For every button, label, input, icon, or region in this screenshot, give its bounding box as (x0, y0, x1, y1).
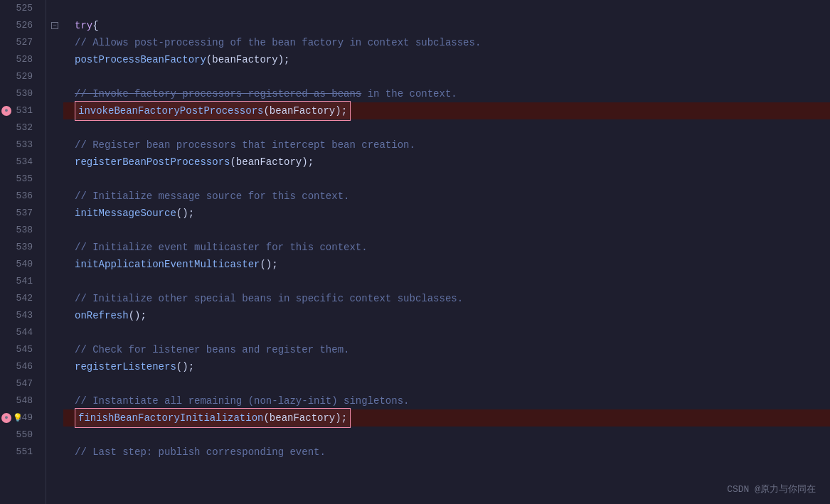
gutter-cell-547 (46, 375, 63, 392)
comment-text: // Last step: publish corresponding even… (75, 444, 326, 461)
code-line-537: initMessageSource(); (63, 205, 830, 222)
boxed-method-call: invokeBeanFactoryPostProcessors(beanFact… (75, 101, 351, 121)
bookmark-icon: 💡 (13, 409, 23, 427)
line-number-542: 542 (0, 290, 38, 307)
code-line-529 (63, 68, 830, 85)
gutter-cell-550 (46, 427, 63, 444)
line-number-530: 530 (0, 85, 38, 102)
comment-text: // Allows post-processing of the bean fa… (75, 34, 481, 51)
code-content[interactable]: try { // Allows post-processing of the b… (63, 0, 830, 504)
code-line-533: // Register bean processors that interce… (63, 136, 830, 154)
line-number-533: 533 (0, 136, 38, 154)
comment-strikethrough: // Invoke factory processors registered … (75, 85, 361, 102)
gutter-cell-527 (46, 34, 63, 51)
method-param-boxed: beanFactory (270, 105, 335, 117)
code-line-542: // Initialize other special beans in spe… (63, 290, 830, 307)
code-line-535 (63, 171, 830, 188)
method-name-boxed: finishBeanFactoryInitialization (78, 412, 263, 424)
line-number-526: 526 (0, 17, 38, 34)
code-line-551: // Last step: publish corresponding even… (63, 444, 830, 461)
comment-text: // Instantiate all remaining (non-lazy-i… (75, 392, 409, 409)
method-name: registerListeners (75, 358, 176, 375)
code-line-527: // Allows post-processing of the bean fa… (63, 34, 830, 51)
gutter-cell-545 (46, 341, 63, 358)
code-line-532 (63, 119, 830, 136)
watermark: CSDN @原力与你同在 (727, 483, 816, 495)
line-number-541: 541 (0, 273, 38, 290)
line-number-525: 525 (0, 0, 38, 17)
code-line-549: finishBeanFactoryInitialization(beanFact… (63, 409, 830, 427)
comment-text: // Check for listener beans and register… (75, 341, 349, 358)
line-number-540: 540 (0, 256, 38, 273)
method-name-boxed: invokeBeanFactoryPostProcessors (78, 105, 263, 117)
code-line-530: // Invoke factory processors registered … (63, 85, 830, 102)
line-number-544: 544 (0, 324, 38, 341)
method-name: registerBeanPostProcessors (75, 154, 230, 171)
gutter-cell-544 (46, 324, 63, 341)
line-number-527: 527 (0, 34, 38, 51)
gutter-cell-543 (46, 307, 63, 324)
line-numbers: 525526527528529530●531532533534535536537… (0, 0, 46, 504)
gutter-cell-546 (46, 358, 63, 375)
gutter-cell-542 (46, 290, 63, 307)
comment-text: // Initialize event multicaster for this… (75, 239, 368, 256)
line-number-532: 532 (0, 119, 38, 136)
line-number-529: 529 (0, 68, 38, 85)
code-line-525 (63, 0, 830, 17)
line-number-531: ●531 (0, 102, 38, 119)
gutter-cell-539 (46, 239, 63, 256)
line-number-547: 547 (0, 375, 38, 392)
gutter-cell-536 (46, 188, 63, 205)
gutter-cell-537 (46, 205, 63, 222)
gutter-cell-549 (46, 409, 63, 427)
gutter-cell-538 (46, 222, 63, 239)
code-line-539: // Initialize event multicaster for this… (63, 239, 830, 256)
line-number-536: 536 (0, 188, 38, 205)
code-line-534: registerBeanPostProcessors(beanFactory); (63, 154, 830, 171)
method-param-boxed: beanFactory (270, 412, 335, 424)
code-line-546: registerListeners(); (63, 358, 830, 375)
gutter-cell-534 (46, 154, 63, 171)
line-number-537: 537 (0, 205, 38, 222)
comment-text: // Initialize message source for this co… (75, 188, 349, 205)
gutter-cell-528 (46, 51, 63, 68)
gutter-cell-529 (46, 68, 63, 85)
fold-icon[interactable]: − (51, 22, 58, 29)
code-line-526: try { (63, 17, 830, 34)
code-area: 525526527528529530●531532533534535536537… (0, 0, 830, 504)
code-line-547 (63, 375, 830, 392)
gutter-cell-530 (46, 85, 63, 102)
method-name: initApplicationEventMulticaster (75, 256, 260, 273)
code-line-550 (63, 427, 830, 444)
gutter-cell-541 (46, 273, 63, 290)
line-number-545: 545 (0, 341, 38, 358)
line-number-528: 528 (0, 51, 38, 68)
breakpoint-icon[interactable]: ● (1, 413, 11, 423)
code-editor: 525526527528529530●531532533534535536537… (0, 0, 830, 504)
code-line-544 (63, 324, 830, 341)
line-number-546: 546 (0, 358, 38, 375)
boxed-method-call: finishBeanFactoryInitialization(beanFact… (75, 408, 351, 428)
gutter-cell-525 (46, 0, 63, 17)
line-number-538: 538 (0, 222, 38, 239)
gutter-cell-526: − (46, 17, 63, 34)
code-line-548: // Instantiate all remaining (non-lazy-i… (63, 392, 830, 409)
method-param: beanFactory (236, 154, 302, 171)
code-line-538 (63, 222, 830, 239)
line-number-535: 535 (0, 171, 38, 188)
code-line-540: initApplicationEventMulticaster(); (63, 256, 830, 273)
gutter-cell-532 (46, 119, 63, 136)
breakpoint-icon[interactable]: ● (1, 106, 11, 116)
gutter-cell-531 (46, 102, 63, 119)
line-number-548: 548 (0, 392, 38, 409)
keyword-try: try (75, 17, 92, 34)
code-line-536: // Initialize message source for this co… (63, 188, 830, 205)
line-number-543: 543 (0, 307, 38, 324)
code-line-531: invokeBeanFactoryPostProcessors(beanFact… (63, 102, 830, 119)
line-number-551: 551 (0, 444, 38, 461)
method-name: initMessageSource (75, 205, 176, 222)
gutter-cell-533 (46, 136, 63, 154)
code-line-545: // Check for listener beans and register… (63, 341, 830, 358)
comment-text: // Register bean processors that interce… (75, 136, 415, 154)
method-param: beanFactory (212, 51, 277, 68)
